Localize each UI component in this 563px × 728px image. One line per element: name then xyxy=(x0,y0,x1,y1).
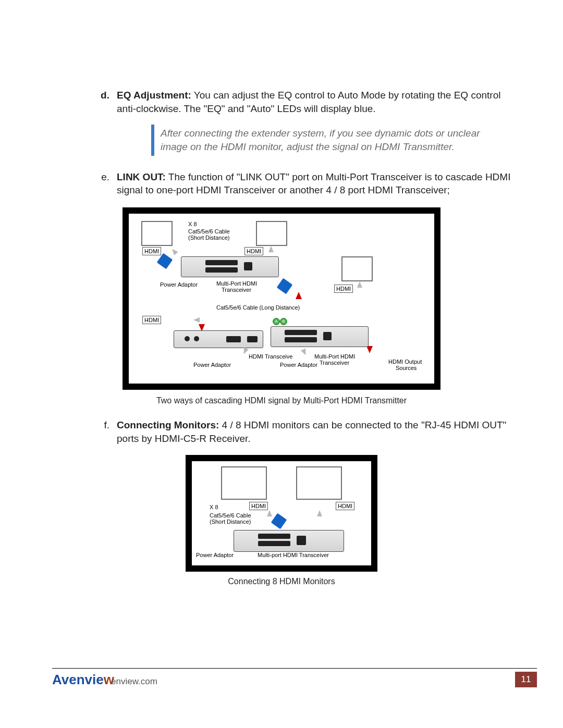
list-title-d: EQ Adjustment: xyxy=(117,90,191,101)
cable-short-label2: (Short Distance) xyxy=(210,519,251,525)
arrow-icon xyxy=(267,510,272,516)
arrow-red-icon xyxy=(296,292,302,299)
monitor-icon xyxy=(296,466,342,500)
arrow-icon xyxy=(317,510,322,516)
connector-icon xyxy=(157,253,173,269)
note-block: After connecting the extender system, if… xyxy=(151,125,505,155)
monitor-icon xyxy=(221,466,267,500)
arrow-icon xyxy=(301,348,308,356)
monitor-icon xyxy=(141,221,173,246)
list-marker-f: f. xyxy=(52,418,117,445)
connector-icon xyxy=(277,278,293,294)
monitor-icon xyxy=(341,256,373,281)
multiport-label1: Multi-Port HDMI xyxy=(216,280,257,287)
page-number: 11 xyxy=(515,672,537,687)
multiport-label2: Transceiver xyxy=(222,287,251,293)
figure1-caption: Two ways of cascading HDMI signal by Mul… xyxy=(52,395,511,406)
device-icon xyxy=(234,530,344,552)
brand-block: Avenviewenview.com xyxy=(52,671,157,689)
marker-a: A xyxy=(273,318,280,325)
cable-short-label: Cat5/5e/6 Cable xyxy=(210,512,251,519)
hdmi-label: HDMI xyxy=(142,247,161,255)
x8-label: X 8 xyxy=(188,221,197,227)
list-body-f: Connecting Monitors: 4 / 8 HDMI monitors… xyxy=(117,418,511,445)
arrow-red-icon xyxy=(366,346,373,353)
page-footer: Avenviewenview.com 11 xyxy=(52,668,537,689)
arrow-icon xyxy=(241,347,249,355)
brand-letter-v: v xyxy=(62,672,69,687)
device-icon xyxy=(174,330,263,348)
cable-short-label2: (Short Distance) xyxy=(188,235,229,241)
multiport-label2b: Transceiver xyxy=(320,360,349,366)
cable-long-label: Cat5/5e/6 Cable (Long Distance) xyxy=(216,304,300,311)
list-marker-e: e. xyxy=(52,170,117,197)
hdmi-label: HDMI xyxy=(249,502,268,510)
power-adaptor-label: Power Adaptor xyxy=(196,552,234,558)
marker-b: B xyxy=(280,318,287,325)
brand-letter-a: A xyxy=(52,672,62,687)
monitor-icon xyxy=(256,221,287,246)
figure-monitors-diagram: HDMI HDMI X 8 Cat5/5e/6 Cable (Short Dis… xyxy=(186,455,377,572)
list-body-e: LINK OUT: The function of "LINK OUT" por… xyxy=(117,170,511,197)
power-adaptor-label: Power Adaptor xyxy=(280,362,317,368)
domain-tail: enview.com xyxy=(111,676,157,686)
power-adaptor-label: Power Adaptor xyxy=(160,281,198,288)
power-adaptor-label: Power Adaptor xyxy=(193,362,231,368)
list-body-d: EQ Adjustment: You can adjust the EQ con… xyxy=(117,89,511,115)
x8-label: X 8 xyxy=(210,504,218,510)
list-title-e: LINK OUT: xyxy=(117,171,166,182)
arrow-icon xyxy=(357,281,362,288)
hdmi-label: HDMI xyxy=(142,316,161,324)
cable-short-label: Cat5/5e/6 Cable xyxy=(188,228,230,235)
hdmi-label: HDMI xyxy=(334,285,353,293)
figure2-caption: Connecting 8 HDMI Monitors xyxy=(52,576,511,587)
arrow-icon xyxy=(170,247,178,255)
list-title-f: Connecting Monitors: xyxy=(117,419,219,430)
arrow-icon xyxy=(268,246,274,252)
connector-icon xyxy=(271,513,287,529)
hdmi-label: HDMI xyxy=(244,247,263,255)
hdmi-transceive-label: HDMI Transceive xyxy=(249,353,292,360)
brand-rest: envie xyxy=(69,672,104,687)
arrow-icon xyxy=(193,317,200,323)
list-text-e: The function of "LINK OUT" port on Multi… xyxy=(117,171,510,196)
list-item-d: d. EQ Adjustment: You can adjust the EQ … xyxy=(52,89,511,115)
device-icon xyxy=(271,326,369,347)
list-item-f: f. Connecting Monitors: 4 / 8 HDMI monit… xyxy=(52,418,511,445)
figure-cascade-diagram: X 8 Cat5/5e/6 Cable (Short Distance) HDM… xyxy=(123,207,440,390)
multiport-label1b: Multi-Port HDMI xyxy=(314,353,355,360)
device-icon xyxy=(181,256,279,277)
list-item-e: e. LINK OUT: The function of "LINK OUT" … xyxy=(52,170,511,197)
multiport-label: Multi-port HDMI Transceiver xyxy=(258,552,329,558)
hdmi-out-label2: Sources xyxy=(396,365,417,371)
hdmi-label: HDMI xyxy=(336,502,354,510)
list-marker-d: d. xyxy=(52,89,117,115)
hdmi-out-label1: HDMI Output xyxy=(388,359,422,365)
